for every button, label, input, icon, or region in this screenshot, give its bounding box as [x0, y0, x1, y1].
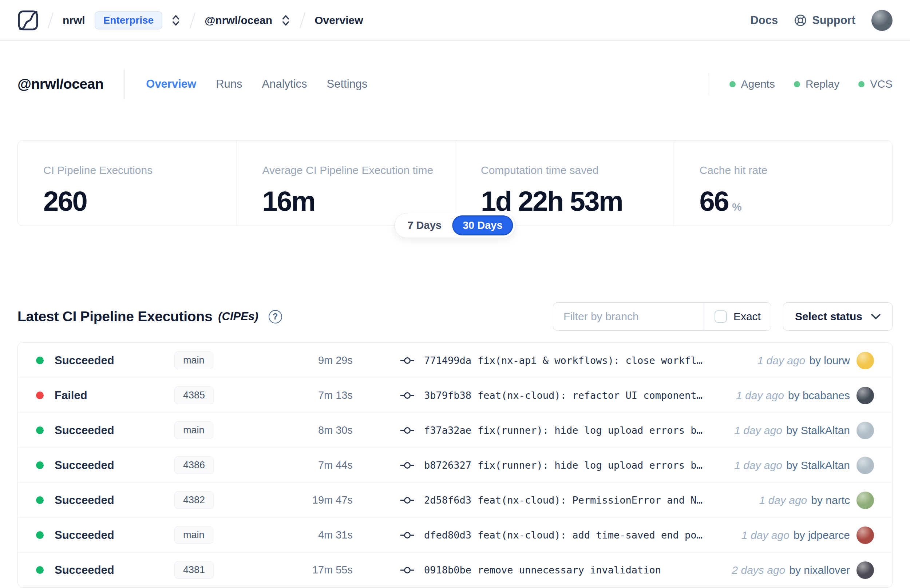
- commit-message: fix(runner): hide log upload errors b…: [478, 425, 703, 436]
- branch-badge: main: [175, 526, 213, 544]
- cipe-row[interactable]: Succeeded main 8m 30s f37a32ae fix(runne…: [18, 413, 892, 447]
- workspace-switcher-icon[interactable]: [281, 14, 291, 27]
- status-dot: [36, 531, 44, 539]
- breadcrumb-separator: [299, 12, 305, 28]
- duration-label: 7m 13s: [254, 389, 353, 401]
- status-label: Succeeded: [55, 459, 114, 472]
- commit-icon: [400, 496, 415, 504]
- exact-checkbox[interactable]: [714, 310, 727, 323]
- commit-message: feat(nx-cloud): refactor UI component…: [478, 390, 703, 401]
- author-label: by nartc: [811, 494, 850, 507]
- duration-label: 7m 44s: [254, 459, 353, 471]
- author-avatar: [857, 561, 874, 579]
- commit-message: feat(nx-cloud): PermissionError and N…: [478, 494, 703, 506]
- author-label: by nixallover: [789, 564, 850, 577]
- range-7-days[interactable]: 7 Days: [397, 215, 452, 236]
- stat-value: 1d 22h 53m: [481, 185, 666, 217]
- cipe-row[interactable]: Succeeded main 4m 31s dfed80d3 feat(nx-c…: [18, 517, 892, 552]
- author-avatar: [857, 387, 874, 404]
- duration-label: 8m 30s: [254, 424, 353, 436]
- cipe-title: Latest CI Pipeline Executions: [18, 309, 212, 325]
- commit-icon: [400, 531, 415, 539]
- stat-value: 16m: [262, 185, 448, 217]
- exact-toggle[interactable]: Exact: [704, 310, 771, 323]
- time-ago-label: 1 day ago: [734, 459, 782, 472]
- stat-value: 260: [43, 185, 230, 217]
- cipe-row[interactable]: Succeeded 4382 19m 47s 2d58f6d3 feat(nx-…: [18, 483, 892, 517]
- exact-label: Exact: [734, 310, 761, 323]
- cipe-section-header: Latest CI Pipeline Executions (CIPEs) ? …: [18, 302, 892, 331]
- status-dot: [36, 391, 44, 399]
- support-lifebuoy-icon: [794, 14, 807, 27]
- time-ago-label: 1 day ago: [742, 529, 789, 541]
- breadcrumb-workspace[interactable]: @nrwl/ocean: [205, 14, 272, 27]
- duration-label: 17m 55s: [254, 564, 353, 576]
- status-label: Failed: [55, 389, 87, 402]
- top-nav: nrwl Enterprise @nrwl/ocean Overview Doc…: [0, 0, 910, 41]
- commit-hash: 2d58f6d3: [424, 494, 471, 506]
- time-ago-label: 1 day ago: [734, 424, 782, 437]
- commit-message: feat(nx-cloud): add time-saved end po…: [478, 530, 703, 541]
- branch-filter-input[interactable]: [553, 310, 704, 323]
- agents-status-dot: [729, 81, 735, 87]
- nx-cloud-logo-icon[interactable]: [18, 10, 39, 31]
- author-avatar: [857, 527, 874, 544]
- breadcrumb-separator: [190, 12, 196, 28]
- commit-icon: [400, 426, 415, 435]
- branch-badge: 4382: [175, 491, 214, 509]
- stat-cards: CI Pipeline Executions 260 Average CI Pi…: [18, 141, 892, 226]
- commit-cell: b8726327 fix(runner): hide log upload er…: [353, 460, 734, 471]
- branch-badge: main: [175, 422, 213, 439]
- commit-icon: [400, 461, 415, 469]
- user-avatar[interactable]: [871, 10, 892, 31]
- org-switcher-icon[interactable]: [171, 14, 181, 27]
- author-label: by bcabanes: [788, 389, 850, 402]
- breadcrumb-separator: [48, 12, 53, 28]
- author-label: by jdpearce: [794, 529, 850, 541]
- replay-indicator[interactable]: Replay: [794, 78, 839, 90]
- agents-indicator[interactable]: Agents: [729, 78, 775, 90]
- support-link[interactable]: Support: [794, 14, 855, 27]
- author-avatar: [857, 457, 874, 474]
- commit-hash: 0918b0be: [424, 564, 471, 576]
- tab-overview[interactable]: Overview: [146, 78, 196, 90]
- cipe-row[interactable]: Failed 4385 7m 13s 3b79fb38 feat(nx-clou…: [18, 378, 892, 413]
- replay-status-dot: [794, 81, 800, 87]
- stat-label: Cache hit rate: [700, 164, 885, 176]
- status-dot: [36, 357, 44, 364]
- status-dot: [36, 461, 44, 469]
- cipe-row[interactable]: Succeeded 4381 17m 55s 0918b0be remove u…: [18, 552, 892, 587]
- duration-label: 9m 29s: [254, 354, 353, 367]
- author-label: by lourw: [809, 354, 850, 367]
- author-avatar: [857, 491, 874, 509]
- branch-badge: main: [175, 352, 213, 369]
- cipe-title-suffix: (CIPEs): [218, 310, 258, 323]
- time-ago-label: 1 day ago: [758, 354, 805, 367]
- workspace-tabs: Overview Runs Analytics Settings: [146, 78, 367, 90]
- status-select-dropdown[interactable]: Select status: [783, 302, 892, 331]
- help-icon[interactable]: ?: [268, 310, 282, 323]
- stat-label: CI Pipeline Executions: [43, 164, 230, 176]
- cipe-row[interactable]: Succeeded 4386 7m 44s b8726327 fix(runne…: [18, 447, 892, 483]
- status-dot: [36, 566, 44, 574]
- commit-message: fix(runner): hide log upload errors b…: [478, 460, 703, 471]
- tab-settings[interactable]: Settings: [327, 78, 368, 90]
- breadcrumb-org[interactable]: nrwl: [63, 14, 85, 27]
- time-ago-label: 2 days ago: [732, 564, 785, 577]
- duration-label: 19m 47s: [254, 494, 353, 506]
- vcs-indicator[interactable]: VCS: [858, 78, 892, 90]
- docs-link[interactable]: Docs: [750, 14, 778, 27]
- commit-hash: 771499da: [424, 355, 471, 366]
- time-ago-label: 1 day ago: [736, 389, 784, 402]
- tab-analytics[interactable]: Analytics: [262, 78, 307, 90]
- tab-runs[interactable]: Runs: [216, 78, 242, 90]
- range-30-days[interactable]: 30 Days: [452, 215, 513, 236]
- commit-hash: b8726327: [424, 460, 471, 471]
- enterprise-badge[interactable]: Enterprise: [95, 11, 163, 29]
- status-label: Succeeded: [55, 354, 114, 367]
- cipe-filters: Exact Select status: [553, 302, 892, 331]
- branch-filter: Exact: [553, 302, 771, 331]
- cipe-row[interactable]: Succeeded main 9m 29s 771499da fix(nx-ap…: [18, 343, 892, 378]
- status-dot: [36, 496, 44, 504]
- commit-hash: dfed80d3: [424, 530, 471, 541]
